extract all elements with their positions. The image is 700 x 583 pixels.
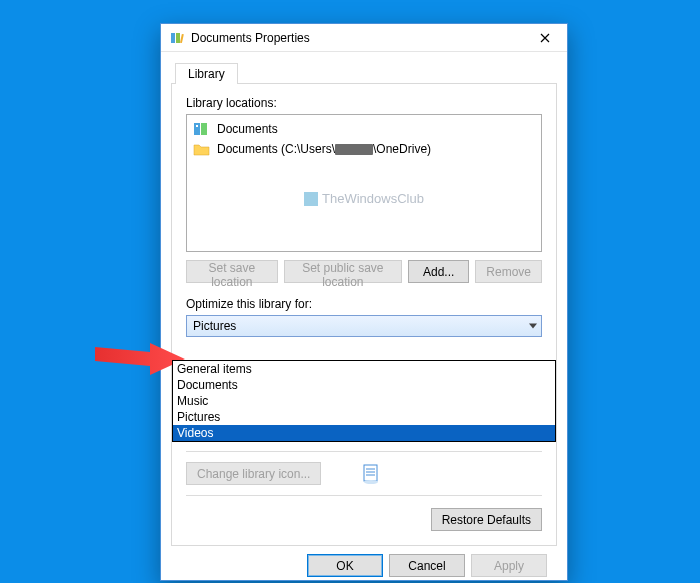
dropdown-option-music[interactable]: Music — [173, 393, 555, 409]
tab-strip: Library — [171, 62, 557, 84]
library-document-icon — [361, 463, 381, 485]
optimize-combobox[interactable]: Pictures — [186, 315, 542, 337]
restore-row: Restore Defaults — [186, 508, 542, 531]
add-button[interactable]: Add... — [408, 260, 469, 283]
chevron-down-icon — [529, 324, 537, 329]
svg-rect-6 — [364, 465, 377, 481]
folder-icon — [193, 141, 211, 157]
icon-row: Change library icon... — [186, 462, 542, 485]
separator — [186, 451, 542, 452]
tab-library[interactable]: Library — [175, 63, 238, 85]
client-area: Library Library locations: Documents — [161, 52, 567, 583]
close-button[interactable] — [523, 24, 567, 52]
svg-rect-4 — [201, 123, 207, 135]
set-public-save-location-button[interactable]: Set public save location — [284, 260, 402, 283]
cancel-button[interactable]: Cancel — [389, 554, 465, 577]
list-item[interactable]: Documents (C:\Users\\OneDrive) — [189, 139, 539, 159]
set-save-location-button[interactable]: Set save location — [186, 260, 278, 283]
documents-library-icon — [193, 121, 211, 137]
change-library-icon-button[interactable]: Change library icon... — [186, 462, 321, 485]
list-item-label: Documents (C:\Users\\OneDrive) — [217, 142, 431, 156]
remove-button[interactable]: Remove — [475, 260, 542, 283]
dropdown-option-documents[interactable]: Documents — [173, 377, 555, 393]
separator — [186, 495, 542, 496]
dialog-buttons: OK Cancel Apply — [171, 546, 557, 577]
dropdown-option-pictures[interactable]: Pictures — [173, 409, 555, 425]
svg-rect-2 — [180, 33, 184, 42]
svg-rect-0 — [171, 33, 175, 43]
dropdown-option-videos[interactable]: Videos — [173, 425, 555, 441]
dropdown-option-general-items[interactable]: General items — [173, 361, 555, 377]
tab-panel: Library locations: Documents — [171, 84, 557, 546]
list-item-label: Documents — [217, 122, 278, 136]
redacted-username — [335, 144, 373, 155]
optimize-label: Optimize this library for: — [186, 297, 542, 311]
properties-window: Documents Properties Library Library loc… — [160, 23, 568, 581]
list-item[interactable]: Documents — [189, 119, 539, 139]
watermark: TheWindowsClub — [189, 191, 539, 206]
watermark-icon — [304, 192, 318, 206]
locations-list[interactable]: Documents Documents (C:\Users\\OneDrive)… — [186, 114, 542, 252]
locations-buttons: Set save location Set public save locati… — [186, 260, 542, 283]
svg-point-10 — [364, 480, 378, 484]
combobox-value: Pictures — [193, 319, 236, 333]
svg-rect-3 — [194, 123, 200, 135]
svg-rect-5 — [196, 125, 198, 127]
ok-button[interactable]: OK — [307, 554, 383, 577]
titlebar[interactable]: Documents Properties — [161, 24, 567, 52]
apply-button[interactable]: Apply — [471, 554, 547, 577]
window-title: Documents Properties — [191, 31, 523, 45]
library-icon — [169, 30, 185, 46]
locations-label: Library locations: — [186, 96, 542, 110]
svg-rect-1 — [176, 33, 180, 43]
restore-defaults-button[interactable]: Restore Defaults — [431, 508, 542, 531]
optimize-dropdown[interactable]: General items Documents Music Pictures V… — [172, 360, 556, 442]
